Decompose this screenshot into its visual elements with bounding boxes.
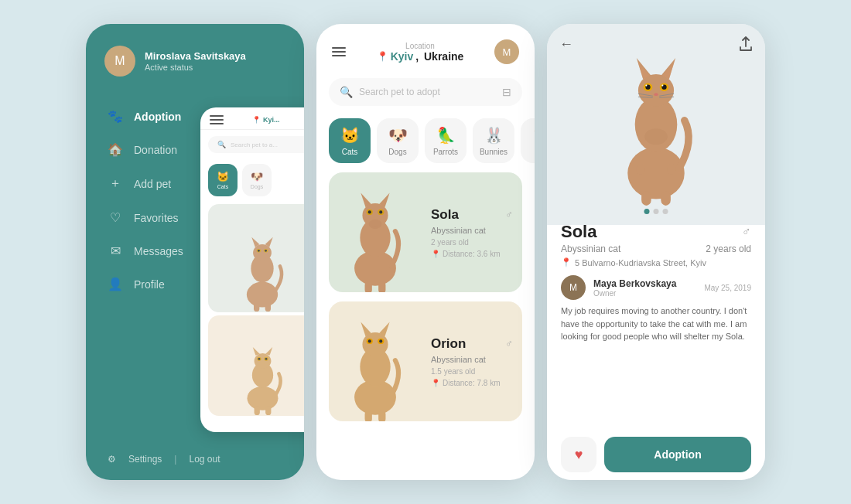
location-display: Location 📍 Kyiv, Ukraine bbox=[346, 42, 494, 63]
hamburger-icon[interactable] bbox=[332, 47, 346, 56]
pet-card-orion[interactable]: Orion ♂ Abyssinian cat 1.5 years old 📍 D… bbox=[329, 301, 522, 421]
heart-filled-icon: ♥ bbox=[575, 447, 583, 463]
sola-image bbox=[329, 172, 422, 292]
location-pin-icon: 📍 bbox=[377, 51, 388, 62]
category-bunnies[interactable]: 🐰 Bunnies bbox=[473, 118, 514, 163]
category-parrots[interactable]: 🦜 Parrots bbox=[425, 118, 467, 163]
more-icon: 🐹 bbox=[532, 126, 535, 145]
paw-icon: 🐾 bbox=[108, 109, 123, 124]
detail-age: 2 years old bbox=[706, 243, 751, 254]
adopt-label: Adoption bbox=[654, 448, 701, 461]
svg-rect-66 bbox=[637, 163, 645, 175]
svg-point-30 bbox=[379, 210, 382, 213]
orion-distance: 📍 Distance: 7.8 km bbox=[431, 379, 513, 387]
sidebar-header: M Miroslava Savitskaya Active status bbox=[86, 24, 304, 92]
search-bar[interactable]: 🔍 Search pet to adopt ⊟ bbox=[329, 78, 522, 106]
owner-row: M Maya Berkovskaya Owner May 25, 2019 bbox=[561, 275, 751, 300]
svg-rect-64 bbox=[641, 191, 651, 206]
mini-pet-card-2 bbox=[208, 315, 304, 416]
svg-rect-9 bbox=[254, 301, 259, 312]
dot-1 bbox=[644, 209, 650, 214]
mini-phone-overlay: 📍 Kyi... ← 🔍 Search pet to a... 🐱 Cats 🐶… bbox=[200, 107, 304, 432]
svg-point-0 bbox=[247, 282, 278, 308]
bunnies-label: Bunnies bbox=[480, 148, 508, 156]
mini-header: 📍 Kyi... ← bbox=[200, 107, 304, 130]
orion-distance-pin-icon: 📍 bbox=[431, 379, 440, 387]
address-pin-icon: 📍 bbox=[561, 257, 572, 267]
sidebar-label-favorites: Favorites bbox=[134, 212, 179, 224]
svg-point-47 bbox=[638, 74, 674, 107]
location-label: Location bbox=[346, 42, 494, 50]
location-value: 📍 Kyiv, Ukraine bbox=[346, 50, 494, 63]
mini-cat-dogs: 🐶 Dogs bbox=[242, 164, 272, 196]
sola-gender: ♂ bbox=[505, 209, 513, 220]
mini-search-icon: 🔍 bbox=[217, 141, 226, 148]
favorite-button[interactable]: ♥ bbox=[561, 437, 596, 472]
svg-point-18 bbox=[258, 358, 260, 360]
dogs-label: Dogs bbox=[388, 148, 406, 156]
sidebar-label-addpet: Add pet bbox=[134, 178, 171, 190]
detail-breed: Abyssinian cat bbox=[561, 243, 620, 254]
user-status: Active status bbox=[145, 63, 246, 72]
svg-rect-44 bbox=[378, 410, 385, 422]
detail-image-area: ← bbox=[547, 24, 765, 225]
svg-marker-51 bbox=[662, 63, 674, 79]
sidebar-footer: ⚙ Settings | Log out bbox=[86, 438, 304, 480]
bunnies-icon: 🐰 bbox=[484, 126, 504, 145]
svg-point-13 bbox=[254, 353, 271, 369]
header-avatar: M bbox=[494, 39, 519, 64]
sidebar-label-profile: Profile bbox=[134, 278, 165, 291]
sidebar-label-adoption: Adoption bbox=[134, 111, 181, 123]
logout-label[interactable]: Log out bbox=[189, 454, 220, 465]
sola-breed: Abyssinian cat bbox=[431, 226, 513, 235]
svg-rect-43 bbox=[365, 410, 372, 422]
phone-detail: ← bbox=[547, 24, 765, 480]
svg-rect-20 bbox=[254, 406, 259, 415]
svg-point-57 bbox=[661, 85, 663, 87]
pet-card-sola[interactable]: Sola ♂ Abyssinian cat 2 years old 📍 Dist… bbox=[329, 172, 522, 292]
parrots-icon: 🦜 bbox=[436, 126, 456, 145]
svg-point-41 bbox=[368, 339, 371, 342]
detail-content: Sola ♂ Abyssinian cat 2 years old 📍 5 Bu… bbox=[547, 206, 765, 480]
orion-breed: Abyssinian cat bbox=[431, 355, 513, 364]
search-icon: 🔍 bbox=[340, 86, 353, 98]
profile-icon: 👤 bbox=[108, 277, 123, 291]
svg-point-29 bbox=[368, 210, 371, 213]
detail-actions: ♥ Adoption bbox=[561, 437, 751, 472]
mini-search-bar: 🔍 Search pet to a... bbox=[208, 136, 304, 153]
detail-description: My job requires moving to another countr… bbox=[561, 305, 751, 343]
owner-role: Owner bbox=[593, 289, 696, 298]
orion-name: Orion bbox=[431, 336, 466, 352]
sidebar-label-messages: Messages bbox=[134, 245, 183, 257]
orion-distance-text: Distance: 7.8 km bbox=[443, 379, 500, 387]
detail-address: 📍 5 Bulvarno-Kudriavska Street, Kyiv bbox=[561, 257, 751, 267]
phone-sidebar: M Miroslava Savitskaya Active status 🐾 A… bbox=[86, 24, 304, 480]
search-placeholder: Search pet to adopt bbox=[359, 87, 496, 97]
settings-label[interactable]: Settings bbox=[128, 454, 162, 465]
svg-point-8 bbox=[265, 250, 267, 252]
category-more[interactable]: 🐹 H... bbox=[521, 118, 535, 163]
svg-rect-65 bbox=[661, 191, 671, 206]
svg-point-2 bbox=[253, 244, 272, 261]
filter-icon[interactable]: ⊟ bbox=[502, 86, 511, 98]
orion-age: 1.5 years old bbox=[431, 367, 513, 376]
detail-cat-illustration bbox=[606, 43, 706, 206]
category-cats[interactable]: 🐱 Cats bbox=[329, 118, 371, 163]
detail-breed-age-row: Abyssinian cat 2 years old bbox=[561, 243, 751, 254]
back-button[interactable]: ← bbox=[559, 36, 573, 53]
cats-label: Cats bbox=[342, 148, 358, 156]
orion-image bbox=[329, 301, 422, 421]
sola-distance: 📍 Distance: 3.6 km bbox=[431, 250, 513, 258]
svg-point-19 bbox=[265, 358, 267, 360]
distance-pin-icon: 📍 bbox=[431, 250, 440, 258]
share-button[interactable] bbox=[739, 36, 753, 55]
adopt-button[interactable]: Adoption bbox=[604, 437, 751, 472]
category-dogs[interactable]: 🐶 Dogs bbox=[377, 118, 419, 163]
dot-indicators bbox=[644, 209, 668, 214]
dogs-icon: 🐶 bbox=[388, 126, 408, 145]
detail-gender-icon: ♂ bbox=[742, 225, 751, 239]
sola-distance-text: Distance: 3.6 km bbox=[443, 250, 500, 258]
gear-icon: ⚙ bbox=[108, 454, 116, 465]
svg-point-33 bbox=[369, 220, 382, 229]
user-info: Miroslava Savitskaya Active status bbox=[145, 50, 246, 73]
